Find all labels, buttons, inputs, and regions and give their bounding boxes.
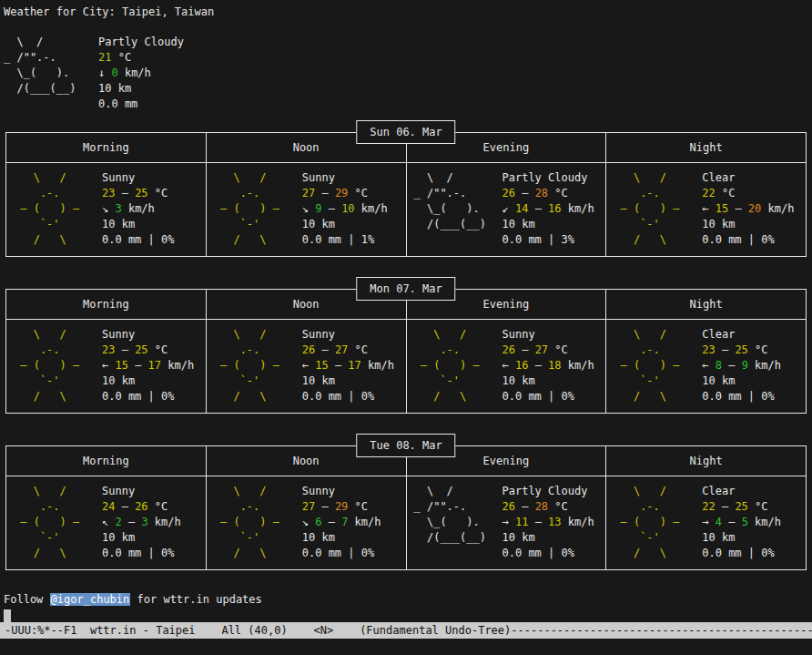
date-label: Mon 07. Mar	[356, 277, 455, 301]
period-header-morning: Morning	[6, 446, 206, 476]
weather-text: –	[722, 516, 742, 528]
visibility: 10 km	[502, 530, 594, 546]
precipitation: 0.0 mm | 0%	[702, 546, 781, 561]
sunny-icon: \ / .-. – ( ) – `-' / \	[214, 170, 302, 248]
weather-text: km/h	[148, 516, 181, 528]
temperature: 23 – 25 °C	[102, 186, 174, 201]
cell-details: Sunny23 – 25 °C← 15 – 17 km/h10 km0.0 mm…	[102, 327, 194, 404]
forecast-cell-morning: \ / .-. – ( ) – `-' / \Sunny23 – 25 °C↘ …	[6, 163, 206, 256]
wind: ← 15 – 17 km/h	[102, 358, 194, 374]
condition: Sunny	[102, 170, 174, 186]
condition: Sunny	[302, 170, 388, 186]
condition: Sunny	[502, 327, 594, 343]
weather-value: 26	[502, 187, 515, 200]
twitter-link[interactable]: @igor_chubin	[50, 593, 131, 606]
condition: Sunny	[102, 327, 194, 343]
weather-value: 26	[502, 343, 515, 356]
forecast-table: MorningNoonEveningNight \ / .-. – ( ) – …	[5, 289, 807, 414]
wind: ↓ 0 km/h	[98, 66, 184, 81]
visibility: 10 km	[702, 217, 794, 232]
temperature: 26 – 28 °C	[502, 186, 594, 201]
visibility: 10 km	[502, 374, 594, 389]
weather-text: –	[128, 359, 148, 372]
period-header-night: Night	[605, 446, 806, 476]
weather-text: °C	[548, 500, 568, 513]
wind: ↖ 2 – 3 km/h	[102, 515, 181, 530]
sunny-icon: \ / .-. – ( ) – `-' / \	[14, 484, 102, 561]
forecast-table: MorningNoonEveningNight \ / .-. – ( ) – …	[5, 132, 807, 257]
condition: Partly Cloudy	[502, 170, 594, 186]
wind: ← 8 – 9 km/h	[702, 358, 781, 374]
temperature: 26 – 28 °C	[502, 499, 594, 515]
minibuffer[interactable]	[0, 639, 812, 655]
weather-value: 27	[335, 343, 348, 356]
page-title: Weather for City: Taipei, Taiwan	[4, 5, 812, 20]
sunny-icon: \ / .-. – ( ) – `-' / \	[14, 170, 102, 248]
weather-value: 0	[111, 67, 117, 79]
precipitation: 0.0 mm | 0%	[102, 546, 181, 561]
wttr-buffer[interactable]: Weather for City: Taipei, Taiwan \ / _ /…	[0, 0, 812, 622]
forecast-day: Sun 06. MarMorningNoonEveningNight \ / .…	[5, 120, 807, 257]
condition: Sunny	[102, 484, 181, 499]
footer-text-prefix: Follow	[4, 593, 50, 606]
weather-text: –	[528, 202, 548, 215]
weather-value: 3	[141, 516, 147, 528]
weather-text: 0.0 mm	[98, 97, 137, 110]
weather-text: 10 km	[502, 531, 535, 544]
weather-text: 0.0 mm | 0%	[502, 547, 574, 559]
weather-text: 10 km	[102, 218, 135, 230]
weather-text: Sunny	[102, 485, 135, 497]
weather-text: °C	[548, 187, 568, 200]
visibility: 10 km	[302, 217, 388, 232]
visibility: 10 km	[302, 530, 381, 546]
current-conditions: \ / _ /"".-. \_( ). /(___(__) Partly Clo…	[4, 35, 812, 112]
cell-details: Sunny23 – 25 °C↘ 3 km/h10 km0.0 mm | 0%	[102, 170, 174, 248]
weather-value: 23	[102, 187, 115, 200]
weather-value: 26	[302, 343, 315, 356]
forecast-day: Tue 08. MarMorningNoonEveningNight \ / .…	[5, 434, 807, 570]
weather-text: 0.0 mm | 0%	[702, 233, 774, 246]
weather-text: ←	[102, 359, 115, 372]
weather-value: 11	[515, 516, 528, 528]
cell-details: Clear22 – 25 °C→ 4 – 5 km/h10 km0.0 mm |…	[702, 484, 781, 561]
sunny-icon: \ / .-. – ( ) – `-' / \	[214, 484, 302, 561]
weather-text: ←	[702, 202, 715, 215]
clear-icon: \ / .-. – ( ) – `-' / \	[614, 327, 702, 404]
weather-value: 17	[348, 359, 360, 372]
weather-value: 4	[716, 516, 722, 528]
visibility: 10 km	[302, 374, 394, 389]
weather-text: –	[515, 343, 535, 356]
weather-text: °C	[716, 187, 736, 200]
partly-cloudy-icon: \ / _ /"".-. \_( ). /(___(__)	[414, 170, 502, 248]
weather-text: Clear	[702, 485, 735, 497]
weather-text: Partly Cloudy	[98, 36, 184, 48]
precipitation: 0.0 mm | 0%	[102, 389, 194, 404]
weather-text: –	[115, 343, 135, 356]
weather-text: km/h	[562, 359, 594, 372]
weather-value: 21	[98, 51, 111, 64]
weather-value: 8	[716, 359, 722, 372]
weather-value: 17	[148, 359, 161, 372]
period-header-night: Night	[605, 290, 806, 319]
weather-value: 28	[535, 187, 548, 200]
weather-text: –	[115, 187, 135, 200]
forecast-cell-evening: \ / _ /"".-. \_( ). /(___(__) Partly Clo…	[406, 163, 606, 256]
weather-text: °C	[748, 500, 768, 513]
weather-text: Partly Cloudy	[502, 485, 588, 497]
weather-text: 10 km	[102, 374, 135, 387]
weather-text: –	[321, 202, 341, 215]
visibility: 10 km	[502, 217, 594, 232]
temperature: 24 – 26 °C	[102, 499, 181, 515]
forecast-days: Sun 06. MarMorningNoonEveningNight \ / .…	[4, 120, 812, 570]
cell-details: Sunny26 – 27 °C← 15 – 17 km/h10 km0.0 mm…	[302, 327, 394, 404]
partly-cloudy-icon: \ / _ /"".-. \_( ). /(___(__)	[414, 484, 502, 561]
weather-text: °C	[748, 343, 768, 356]
weather-value: 27	[535, 343, 548, 356]
precipitation: 0.0 mm | 3%	[502, 232, 594, 248]
weather-text: ↘	[302, 202, 315, 215]
forecast-cell-night: \ / .-. – ( ) – `-' / \Clear22 °C← 15 – …	[605, 163, 806, 256]
weather-value: 26	[502, 500, 515, 513]
weather-value: 29	[335, 500, 348, 513]
weather-text: km/h	[562, 202, 594, 215]
weather-text: km/h	[562, 516, 594, 528]
